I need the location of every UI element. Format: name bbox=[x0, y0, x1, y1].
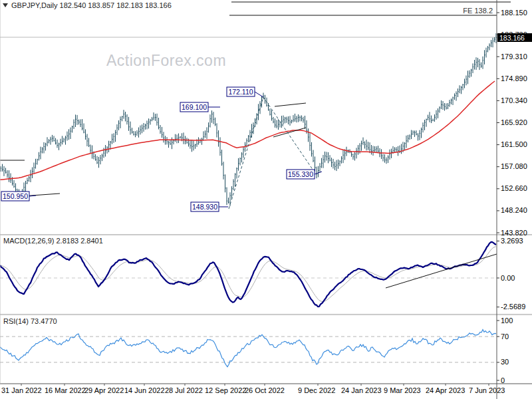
symbol-info-text: GBPJPY,Daily 182.540 183.857 182.183 183… bbox=[11, 1, 172, 9]
price-annotations-layer[interactable]: 172.110169.100155.330148.930150.950 bbox=[1, 87, 322, 211]
annotation-price-text: 169.100 bbox=[182, 103, 207, 111]
fib-extension-label[interactable]: FE 138.2 bbox=[463, 7, 493, 15]
annotation-price-text: 148.930 bbox=[192, 203, 217, 211]
rsi-series-layer bbox=[0, 330, 497, 367]
mt4-chart-window: ActionForex.com 172.110169.100155.330148… bbox=[0, 0, 532, 399]
trendlines-layer[interactable] bbox=[0, 2, 511, 209]
watermark-text: ActionForex.com bbox=[106, 52, 226, 69]
macd-series-layer bbox=[0, 242, 497, 307]
price-annotation-box[interactable]: 172.110 bbox=[227, 87, 263, 97]
price-annotation-box[interactable]: 150.950 bbox=[1, 192, 36, 201]
price-annotation-box[interactable]: 169.100 bbox=[180, 102, 220, 112]
price-chart-canvas[interactable]: ActionForex.com 172.110169.100155.330148… bbox=[0, 0, 532, 399]
price-axis[interactable] bbox=[497, 0, 532, 384]
annotation-price-text: 155.330 bbox=[288, 170, 313, 178]
projection-dashed-line[interactable] bbox=[229, 97, 263, 209]
annotation-price-text: 172.110 bbox=[228, 88, 253, 96]
symbol-dropdown-icon[interactable] bbox=[3, 3, 8, 7]
annotation-price-text: 150.950 bbox=[3, 192, 28, 200]
time-axis[interactable] bbox=[0, 384, 532, 399]
rsi-path bbox=[0, 330, 496, 367]
annotation-connector-line bbox=[255, 92, 263, 97]
macd-indicator-label: MACD(12,26,9) 2.8183 2.8401 bbox=[3, 237, 103, 245]
rsi-indicator-label: RSI(14) 73.4770 bbox=[3, 317, 57, 325]
macd-main-path bbox=[0, 242, 496, 307]
price-annotation-box[interactable]: 148.930 bbox=[191, 202, 228, 211]
trendline[interactable] bbox=[275, 103, 306, 106]
projection-dashed-line[interactable] bbox=[263, 97, 315, 172]
price-bars-series bbox=[1, 33, 497, 206]
